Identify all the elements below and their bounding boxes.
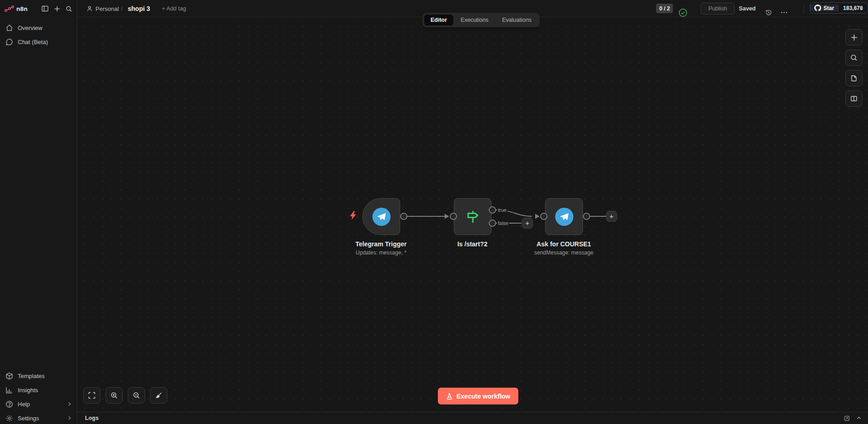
node-telegram-trigger[interactable] <box>362 198 400 235</box>
zoom-out-button[interactable] <box>128 387 145 404</box>
sidebar-item-label: Insights <box>18 387 38 394</box>
publish-button[interactable]: Publish <box>701 3 735 15</box>
fit-view-button[interactable] <box>83 387 100 404</box>
sidebar: n8n Overview Chat (Beta) Tem <box>0 0 77 424</box>
sidebar-item-chat[interactable]: Chat (Beta) <box>0 35 77 49</box>
evaluation-progress-badge: 0 / 2 <box>656 4 673 13</box>
saved-status: Saved <box>739 0 756 17</box>
tidy-up-button[interactable] <box>150 387 167 404</box>
version-history-icon[interactable] <box>765 4 773 21</box>
expand-logs-icon[interactable] <box>856 415 862 421</box>
github-star-widget[interactable]: Star 183,678 <box>810 2 868 14</box>
add-tag-button[interactable]: + Add tag <box>162 0 186 17</box>
telegram-icon <box>555 208 573 226</box>
header-divider <box>803 4 804 14</box>
search-icon[interactable] <box>65 5 72 12</box>
logs-panel-header[interactable]: Logs <box>77 412 868 424</box>
zoom-in-button[interactable] <box>105 387 123 404</box>
github-star-label: Star <box>823 5 834 11</box>
sidebar-item-overview[interactable]: Overview <box>0 21 77 35</box>
sidebar-item-settings[interactable]: Settings <box>0 411 77 424</box>
node-if-start[interactable] <box>454 198 492 235</box>
add-node-button[interactable] <box>845 29 863 45</box>
sticky-note-button[interactable] <box>845 70 863 86</box>
node-label: Telegram Trigger Updates: message, * <box>331 240 431 256</box>
n8n-app: n8n Overview Chat (Beta) Tem <box>0 0 868 424</box>
sidebar-item-label: Chat (Beta) <box>18 39 48 45</box>
execute-workflow-label: Execute workflow <box>457 393 510 400</box>
telegram-icon <box>372 208 391 226</box>
workflow-canvas[interactable]: Telegram Trigger Updates: message, * Is … <box>77 17 868 412</box>
tab-editor[interactable]: Editor <box>424 15 453 25</box>
breadcrumb-separator: / <box>121 0 123 17</box>
signpost-icon <box>465 209 481 225</box>
node-label: Is /start?2 <box>422 240 522 249</box>
add-node-output-button[interactable]: + <box>606 211 617 222</box>
sidebar-item-help[interactable]: Help <box>0 397 77 411</box>
breadcrumb-project[interactable]: Personal <box>86 0 119 17</box>
execute-workflow-button[interactable]: Execute workflow <box>438 388 518 404</box>
person-icon <box>86 5 93 12</box>
sidebar-logo-row: n8n <box>0 0 77 17</box>
workflow-status-check-icon <box>678 4 687 21</box>
output-label-true: true <box>497 207 507 213</box>
trigger-bolt-icon <box>349 211 357 220</box>
sidebar-item-label: Templates <box>18 373 45 379</box>
sidebar-item-label: Settings <box>18 415 39 422</box>
pop-out-logs-icon[interactable] <box>844 415 850 421</box>
view-tabs: Editor Executions Evaluations <box>422 13 540 27</box>
search-nodes-button[interactable] <box>845 50 863 66</box>
github-star-count: 183,678 <box>838 5 867 11</box>
tab-executions[interactable]: Executions <box>454 15 495 25</box>
more-options-icon[interactable] <box>780 4 788 21</box>
brand-name: n8n <box>16 5 28 12</box>
new-workflow-icon[interactable] <box>54 5 60 12</box>
logs-title: Logs <box>85 415 99 421</box>
breadcrumb-project-label: Personal <box>95 5 119 12</box>
output-label-false: false <box>497 220 509 226</box>
github-icon <box>814 5 821 11</box>
sidebar-item-label: Overview <box>18 25 42 31</box>
flask-icon <box>446 393 453 400</box>
chevron-right-icon <box>67 402 72 406</box>
n8n-logo-icon <box>5 5 14 12</box>
add-node-false-branch-button[interactable]: + <box>522 218 533 229</box>
tab-evaluations[interactable]: Evaluations <box>496 15 538 25</box>
sidebar-item-templates[interactable]: Templates <box>0 369 77 383</box>
workflow-name[interactable]: shopi 3 <box>128 0 150 17</box>
sidebar-item-label: Help <box>18 401 30 408</box>
sidebar-toggle-icon[interactable] <box>41 5 49 12</box>
node-ask-course[interactable] <box>545 198 583 235</box>
sidebar-item-insights[interactable]: Insights <box>0 383 77 397</box>
toggle-panel-button[interactable] <box>845 90 863 107</box>
chevron-right-icon <box>67 416 72 420</box>
node-label: Ask for COURSE1 sendMessage: message <box>514 240 614 256</box>
